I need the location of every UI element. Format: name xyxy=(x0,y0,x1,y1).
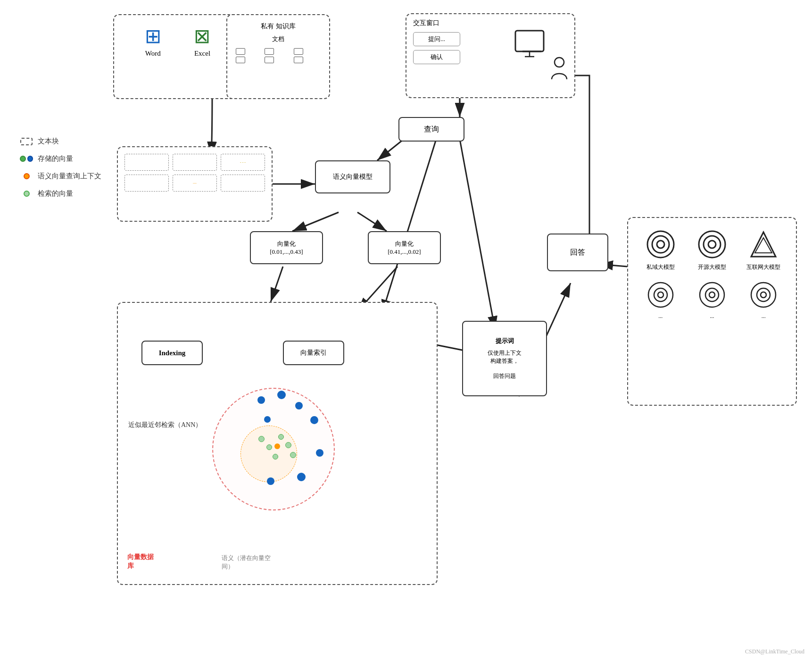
context-circle xyxy=(240,426,297,482)
legend-stored-vector-label: 存储的向量 xyxy=(38,154,73,163)
orange-dot xyxy=(274,443,280,449)
svg-point-9 xyxy=(657,241,664,248)
green-dot-4 xyxy=(285,442,291,448)
svg-point-19 xyxy=(705,288,719,301)
green-dot-1 xyxy=(258,436,265,442)
excel-label: Excel xyxy=(194,50,210,58)
semantic-space-label: 语义（潜在向量空 间） xyxy=(222,554,271,571)
indexing-box: Indexing xyxy=(141,341,203,365)
prompt-box: 提示词 仅使用上下文 构建答案， 回答问题 xyxy=(462,321,547,396)
llm-extra-1-icon xyxy=(646,281,675,309)
llm-extra-2-icon xyxy=(698,281,726,309)
vectorize1-label: 向量化 [0.01,...,0.43] xyxy=(270,240,303,256)
monitor-icon xyxy=(513,28,551,66)
svg-point-18 xyxy=(700,283,724,307)
interaction-title: 交互窗口 xyxy=(413,19,439,27)
legend-retrieved-vector-label: 检索的向量 xyxy=(38,189,73,198)
llm-box: 私域大模型 开源大模型 互联网大模型 xyxy=(627,217,797,406)
llm-private: 私域大模型 xyxy=(639,229,681,271)
word-icon: ⊞ xyxy=(145,25,161,48)
svg-point-23 xyxy=(761,292,766,298)
person-icon xyxy=(551,57,568,82)
chunk-3: - - - xyxy=(221,154,265,171)
ask-placeholder: 提问... xyxy=(428,35,445,42)
indexing-label: Indexing xyxy=(159,349,186,357)
svg-point-21 xyxy=(751,283,776,307)
llm-extra-3: ... xyxy=(743,281,785,320)
blue-dot-5 xyxy=(264,416,271,423)
llm-extra-1: ... xyxy=(639,281,681,320)
legend-retrieved-vector: 检索的向量 xyxy=(20,189,101,198)
semantic-model-box: 语义向量模型 xyxy=(315,160,390,193)
vectorize2-label: 向量化 [0.41,...,0.02] xyxy=(388,240,421,256)
green-dot-6 xyxy=(290,452,296,458)
answer-box: 回答 xyxy=(547,234,608,271)
llm-private-label: 私域大模型 xyxy=(639,263,681,271)
answer-label: 回答 xyxy=(570,248,585,258)
doc-cell-6 xyxy=(294,57,303,63)
svg-point-7 xyxy=(647,231,674,258)
llm-extra-2-label: ... xyxy=(691,313,733,320)
chunk-2 xyxy=(173,154,217,171)
vector-index-label: 向量索引 xyxy=(300,349,327,357)
doc-cell-1 xyxy=(236,48,245,55)
chunk-6 xyxy=(221,175,265,192)
legend-query-context-label: 语义向量查询上下文 xyxy=(38,172,101,181)
svg-point-20 xyxy=(709,292,715,298)
vector-index-box: 向量索引 xyxy=(283,341,344,365)
word-label: Word xyxy=(145,50,161,58)
blue-dot-1 xyxy=(257,396,265,404)
doc-label: 文档 xyxy=(234,35,323,43)
watermark: CSDN@LinkTime_Cloud xyxy=(745,648,804,655)
doc-cell-3 xyxy=(294,48,303,55)
private-kb-title: 私有 xyxy=(261,23,274,30)
doc-cell-2 xyxy=(265,48,274,55)
chunk-5: --- xyxy=(173,175,217,192)
confirm-label: 确认 xyxy=(431,53,443,60)
vectorize1-box: 向量化 [0.01,...,0.43] xyxy=(250,231,323,264)
green-dot-3 xyxy=(278,434,284,440)
prompt-desc: 仅使用上下文 构建答案， 回答问题 xyxy=(488,349,522,380)
doc-cell-5 xyxy=(265,57,274,63)
blue-dot-6 xyxy=(297,473,306,481)
svg-point-10 xyxy=(699,231,725,258)
doc-grid xyxy=(234,46,323,65)
legend: 文本块 存储的向量 语义向量查询上下文 检索的向量 xyxy=(20,137,101,207)
svg-point-15 xyxy=(648,283,673,307)
green-dot-2 xyxy=(266,444,272,450)
blue-dot-2 xyxy=(277,391,286,399)
ask-input[interactable]: 提问... xyxy=(413,32,460,46)
llm-open-label: 开源大模型 xyxy=(691,263,733,271)
word-item: ⊞ Word xyxy=(145,25,161,58)
blue-dot-4 xyxy=(310,416,318,424)
interaction-box: 交互窗口 提问... 确认 xyxy=(406,13,575,98)
chunk-1 xyxy=(124,154,169,171)
llm-extra-3-label: ... xyxy=(743,313,785,320)
private-kb-box: 私有 知识库 文档 xyxy=(226,14,330,99)
svg-point-6 xyxy=(555,58,564,67)
prompt-label: 提示词 xyxy=(496,337,514,345)
vector-db-area: Indexing 向量索引 近似最近邻检索（ANN） 向量数据 库 xyxy=(117,302,438,585)
green-dot-5 xyxy=(273,454,278,459)
blue-dot-8 xyxy=(316,449,323,457)
doc-cell-4 xyxy=(236,57,245,63)
confirm-button[interactable]: 确认 xyxy=(413,50,460,64)
svg-point-8 xyxy=(652,236,669,253)
vector-db-label: 向量数据 库 xyxy=(127,552,154,571)
svg-point-12 xyxy=(708,241,716,248)
llm-internet-icon xyxy=(748,229,779,259)
query-label: 查询 xyxy=(424,125,439,134)
llm-private-icon xyxy=(646,229,676,259)
llm-open-icon xyxy=(697,229,727,259)
svg-point-11 xyxy=(704,236,721,253)
excel-icon: ⊠ xyxy=(194,25,210,48)
blue-dot-7 xyxy=(267,477,274,485)
ann-label: 近似最近邻检索（ANN） xyxy=(128,421,202,429)
legend-stored-vector: 存储的向量 xyxy=(20,154,101,163)
llm-extra-2: ... xyxy=(691,281,733,320)
excel-item: ⊠ Excel xyxy=(194,25,210,58)
blue-dot-3 xyxy=(295,402,303,409)
legend-text-block-label: 文本块 xyxy=(38,137,59,146)
svg-point-22 xyxy=(757,288,770,301)
private-kb-subtitle: 知识库 xyxy=(276,23,296,30)
